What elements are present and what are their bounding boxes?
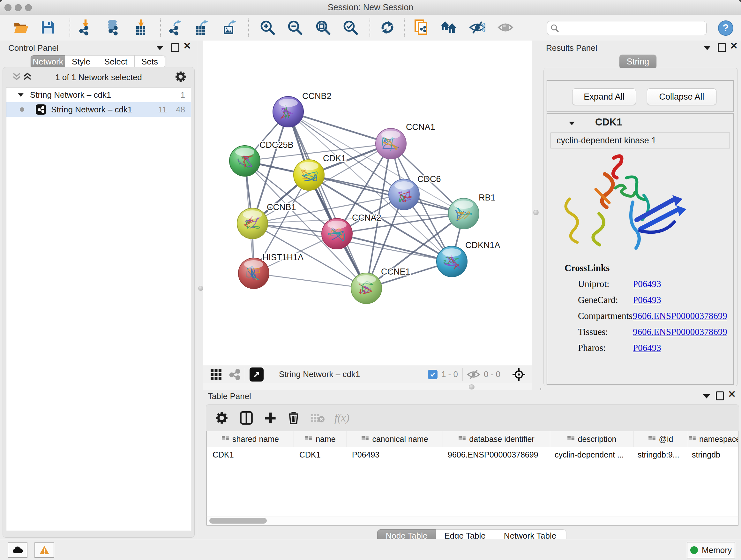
column-header-shared-name[interactable]: shared name bbox=[207, 431, 294, 447]
crosslink-row: Compartments:9606.ENSP00000378699 bbox=[578, 311, 728, 321]
results-panel-close-icon[interactable]: ✕ bbox=[730, 43, 738, 50]
export-table-icon[interactable] bbox=[193, 19, 210, 36]
node-CDK1[interactable] bbox=[293, 160, 324, 190]
control-panel-close-icon[interactable]: ✕ bbox=[183, 43, 191, 50]
right-splitter-handle[interactable] bbox=[533, 210, 539, 215]
control-panel-menu-icon[interactable] bbox=[156, 46, 163, 51]
crosslink-value-link[interactable]: P06493 bbox=[633, 343, 661, 353]
hidden-eye-icon[interactable] bbox=[467, 369, 480, 380]
network-row[interactable]: String Network – cdk1 11 48 bbox=[6, 102, 191, 117]
node-label-CCNE1: CCNE1 bbox=[381, 267, 410, 276]
card-expander-icon[interactable] bbox=[568, 121, 576, 127]
tab-sets[interactable]: Sets bbox=[135, 55, 165, 68]
save-session-icon[interactable] bbox=[40, 19, 56, 36]
table-panel-close-icon[interactable]: ✕ bbox=[728, 391, 736, 398]
results-panel-float-icon[interactable] bbox=[718, 43, 726, 53]
show-columns-icon[interactable] bbox=[240, 411, 253, 425]
cloud-icon bbox=[12, 546, 23, 554]
node-CCNE1[interactable] bbox=[351, 273, 382, 304]
left-splitter-handle[interactable] bbox=[198, 286, 203, 291]
cloud-status-button[interactable] bbox=[8, 543, 27, 558]
birdseye-grid-icon[interactable] bbox=[210, 369, 222, 380]
node-HIST1H1A[interactable] bbox=[239, 258, 269, 289]
crosslink-value-link[interactable]: 9606.ENSP00000378699 bbox=[633, 311, 727, 321]
node-CCNA1[interactable] bbox=[376, 128, 406, 159]
table-options-gear-icon[interactable] bbox=[216, 412, 228, 424]
column-header-namespace[interactable]: namespace bbox=[688, 431, 738, 447]
node-label-CDC6: CDC6 bbox=[417, 174, 441, 184]
zoom-in-icon[interactable] bbox=[259, 19, 276, 36]
horizontal-splitter[interactable] bbox=[203, 383, 532, 390]
title-bar: Session: New Session bbox=[0, 0, 741, 15]
tab-select[interactable]: Select bbox=[97, 55, 135, 68]
collapse-all-button[interactable]: Collapse All bbox=[647, 88, 717, 105]
horizontal-splitter-handle[interactable] bbox=[469, 384, 475, 389]
crosslink-value-link[interactable]: 9606.ENSP00000378699 bbox=[633, 327, 727, 337]
export-image-icon[interactable] bbox=[221, 19, 238, 36]
result-description-box: cyclin-dependent kinase 1 bbox=[550, 132, 730, 148]
selected-checkbox-icon[interactable] bbox=[428, 370, 437, 379]
memory-button[interactable]: Memory bbox=[687, 542, 735, 558]
network-collection-row[interactable]: String Network – cdk1 1 bbox=[6, 87, 191, 102]
right-splitter[interactable] bbox=[532, 41, 541, 390]
collection-expander-icon[interactable] bbox=[18, 93, 23, 97]
tab-style[interactable]: Style bbox=[65, 55, 97, 68]
warning-status-button[interactable] bbox=[35, 543, 54, 558]
node-RB1[interactable] bbox=[448, 198, 479, 229]
node-CCNA2[interactable] bbox=[322, 219, 352, 249]
node-CCNB1[interactable] bbox=[237, 208, 268, 239]
network-canvas[interactable]: CCNB2CCNA1CDC25BCDK1CDC6RB1CCNB1CCNA2CDK… bbox=[203, 41, 532, 365]
crosslink-value-link[interactable]: P06493 bbox=[633, 295, 661, 305]
collection-label: String Network – cdk1 bbox=[30, 90, 111, 100]
zoom-fit-icon[interactable] bbox=[315, 19, 331, 36]
table-panel-float-icon[interactable] bbox=[716, 391, 724, 401]
tab-network[interactable]: Network bbox=[30, 55, 65, 68]
import-network-icon[interactable] bbox=[77, 19, 94, 36]
clone-network-icon[interactable] bbox=[413, 19, 429, 36]
column-header-description[interactable]: description bbox=[550, 431, 633, 447]
zoom-selected-icon[interactable] bbox=[342, 19, 359, 36]
table-hscrollbar-thumb[interactable] bbox=[209, 518, 267, 523]
column-header--id[interactable]: @id bbox=[633, 431, 688, 447]
control-panel-float-icon[interactable] bbox=[171, 43, 179, 53]
column-header-canonical-name[interactable]: canonical name bbox=[347, 431, 443, 447]
refresh-icon[interactable] bbox=[379, 19, 396, 36]
edge-HIST1H1A-CCNE1[interactable] bbox=[254, 273, 366, 288]
column-header-database-identifier[interactable]: database identifier bbox=[443, 431, 550, 447]
toolbar-separator bbox=[404, 18, 405, 37]
import-database-icon[interactable] bbox=[104, 19, 121, 36]
hide-graphics-details-icon[interactable] bbox=[469, 19, 486, 36]
results-panel-menu-icon[interactable] bbox=[704, 46, 711, 51]
table-panel-menu-icon[interactable] bbox=[703, 394, 710, 400]
node-CDC25B[interactable] bbox=[229, 145, 260, 176]
home-icon[interactable] bbox=[441, 19, 457, 36]
left-splitter[interactable] bbox=[197, 41, 204, 539]
zoom-out-icon[interactable] bbox=[286, 19, 303, 36]
control-panel-tabs: Network Style Select Sets bbox=[30, 55, 166, 68]
help-icon[interactable]: ? bbox=[718, 20, 734, 37]
crosslink-value-link[interactable]: P06493 bbox=[633, 279, 661, 289]
create-column-icon[interactable] bbox=[264, 412, 276, 424]
expand-all-button[interactable]: Expand All bbox=[572, 88, 636, 105]
tab-string[interactable]: String bbox=[619, 55, 657, 69]
delete-table-icon bbox=[311, 413, 325, 423]
open-in-new-window-icon[interactable] bbox=[250, 368, 264, 381]
network-options-gear-icon[interactable] bbox=[175, 71, 186, 82]
column-header-name[interactable]: name bbox=[294, 431, 347, 447]
table-row[interactable]: CDK1CDK1P064939606.ENSP00000378699cyclin… bbox=[207, 447, 738, 462]
import-table-icon[interactable] bbox=[133, 19, 149, 36]
delete-column-icon[interactable] bbox=[288, 412, 299, 424]
fit-selected-crosshair-icon[interactable] bbox=[512, 368, 526, 381]
network-share-icon[interactable] bbox=[229, 369, 240, 380]
node-CDKN1A[interactable] bbox=[436, 246, 467, 277]
node-CCNB2[interactable] bbox=[273, 97, 304, 127]
main-toolbar: ? bbox=[0, 15, 741, 41]
search-input[interactable] bbox=[562, 22, 706, 34]
open-session-icon[interactable] bbox=[13, 19, 29, 36]
node-CDC6[interactable] bbox=[389, 179, 419, 210]
birds-eye-icon[interactable] bbox=[497, 19, 514, 36]
edge-CCNB2-CCNA1[interactable] bbox=[288, 112, 391, 144]
export-network-icon[interactable] bbox=[167, 19, 184, 36]
result-gene-name: CDK1 bbox=[595, 117, 622, 128]
table-panel-title: Table Panel bbox=[208, 391, 251, 401]
